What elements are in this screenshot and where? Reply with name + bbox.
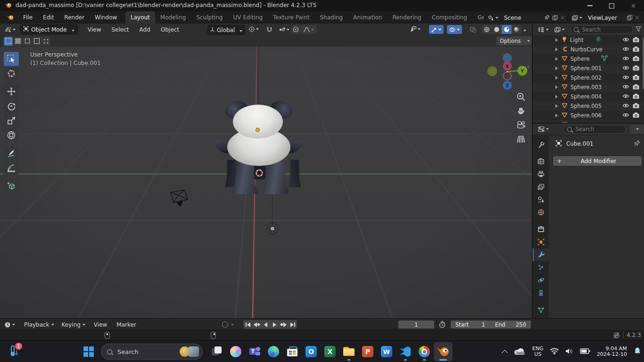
light-data-icon[interactable] (595, 36, 602, 44)
tab-sculpting[interactable]: Sculpting (191, 11, 228, 24)
expand-arrow-icon[interactable] (555, 38, 558, 42)
scene-name[interactable]: Scene (501, 15, 543, 21)
select-mode-set-button[interactable] (4, 37, 13, 46)
mode-dropdown[interactable]: Object Mode (20, 25, 78, 34)
menu-file[interactable]: File (18, 11, 38, 24)
minimize-button[interactable] (579, 0, 601, 11)
select-mode-subtract-button[interactable] (23, 37, 32, 46)
tab-uv-editing[interactable]: UV Editing (228, 11, 268, 24)
tab-world-icon[interactable] (533, 206, 549, 219)
outliner-item-label[interactable]: Light (570, 37, 584, 43)
tab-compositing[interactable]: Compositing (427, 11, 472, 24)
outliner-row-light[interactable]: Light (533, 35, 644, 45)
remove-view-layer-icon[interactable] (633, 15, 642, 21)
menu-window[interactable]: Window (90, 11, 122, 24)
show-gizmo-toggle[interactable] (429, 25, 444, 34)
tool-measure[interactable] (4, 161, 19, 175)
render-visibility-camera-icon[interactable] (633, 46, 639, 53)
viewport-menu-view[interactable]: View (83, 24, 106, 35)
visibility-eye-icon[interactable] (622, 103, 629, 109)
visibility-eye-icon[interactable] (622, 37, 629, 43)
tool-scale[interactable] (4, 114, 19, 128)
outliner-item-label[interactable]: Sphere.001 (570, 65, 602, 72)
view-layer-name[interactable]: ViewLayer (585, 15, 626, 21)
tray-expand-chevron-icon[interactable] (502, 350, 508, 356)
menu-render[interactable]: Render (59, 11, 90, 24)
viewport-3d[interactable]: X Y Z ‹ User Perspective (1) Collection … (0, 47, 532, 318)
taskbar-app-outlook[interactable]: O (302, 342, 321, 361)
pivot-point-dropdown[interactable] (247, 25, 260, 33)
visibility-eye-icon[interactable] (622, 56, 629, 62)
expand-arrow-icon[interactable] (555, 85, 558, 89)
offline-globe-icon[interactable] (613, 332, 620, 340)
transform-orientation-dropdown[interactable]: Global (207, 25, 245, 35)
outliner-filter-icon[interactable] (636, 26, 641, 33)
auto-keying-dropdown[interactable] (231, 324, 234, 326)
tab-animation[interactable]: Animation (348, 11, 387, 24)
tab-shading[interactable]: Shading (314, 11, 348, 24)
tab-scene-icon[interactable] (533, 193, 549, 206)
outliner-item-label[interactable]: Sphere.006 (570, 112, 602, 119)
viewport-menu-add[interactable]: Add (134, 24, 156, 35)
taskbar-app-microsoft-store[interactable] (283, 342, 302, 361)
outliner-row-sphere-006[interactable]: Sphere.006 (533, 111, 644, 120)
taskbar-app-copilot[interactable] (226, 342, 245, 361)
select-mode-invert-button[interactable] (32, 37, 41, 46)
next-keyframe-button[interactable] (279, 320, 288, 329)
snap-toggle-magnet-icon[interactable] (264, 25, 275, 34)
tool-annotate[interactable] (4, 146, 19, 160)
render-visibility-camera-icon[interactable] (633, 103, 639, 110)
expand-arrow-icon[interactable] (555, 114, 558, 117)
tab-modifiers-icon[interactable] (533, 248, 550, 261)
tab-rendering[interactable]: Rendering (387, 11, 426, 24)
end-frame-field[interactable]: End250 (490, 321, 531, 329)
outliner-search[interactable] (570, 25, 633, 34)
outliner-item-label[interactable]: Sphere (570, 56, 590, 62)
tab-physics-icon[interactable] (533, 274, 549, 287)
taskbar-app-powerpoint[interactable]: P (358, 342, 377, 361)
taskbar-app-word[interactable]: W (377, 342, 396, 361)
taskbar-app-vscode[interactable] (396, 342, 415, 361)
expand-arrow-icon[interactable] (555, 76, 558, 80)
jump-to-start-button[interactable] (243, 320, 252, 329)
current-frame-field[interactable]: 1 (398, 321, 434, 329)
tab-view-layer-icon[interactable] (533, 181, 549, 193)
taskbar-app-edge[interactable] (264, 342, 283, 361)
battery-icon[interactable] (580, 348, 590, 355)
blender-menu-button[interactable] (3, 15, 18, 21)
expand-arrow-icon[interactable] (555, 104, 558, 108)
maximize-button[interactable] (601, 0, 622, 11)
new-scene-icon[interactable] (551, 15, 558, 21)
origin-point[interactable] (256, 128, 260, 132)
properties-editor-type-button[interactable] (537, 125, 550, 133)
gizmo-axis-x-neg[interactable] (504, 72, 512, 80)
pin-icon[interactable] (634, 140, 640, 148)
outliner-item-label[interactable]: Sphere.003 (570, 84, 602, 90)
outliner-item-label[interactable]: NurbsCurve (570, 46, 603, 53)
tool-select-box[interactable] (4, 52, 19, 66)
shading-rendered-button[interactable] (512, 25, 521, 34)
auto-keying-toggle[interactable] (221, 320, 230, 329)
tab-collection-icon[interactable] (533, 223, 549, 236)
outliner-row-nurbscurve[interactable]: NurbsCurve (533, 45, 644, 54)
outliner-row-sphere-002[interactable]: Sphere.002 (533, 73, 644, 82)
taskbar-search[interactable]: Search (101, 344, 203, 360)
start-button[interactable] (79, 342, 98, 361)
sidebar-collapse-arrow[interactable]: ‹ (527, 64, 529, 70)
tray-language-indicator[interactable]: ENG US (532, 346, 544, 357)
render-visibility-camera-icon[interactable] (633, 112, 639, 119)
expand-arrow-icon[interactable] (555, 48, 558, 51)
jump-to-end-button[interactable] (288, 320, 297, 329)
zoom-view-icon[interactable] (516, 92, 526, 104)
close-button[interactable] (622, 0, 644, 11)
tab-constraints-icon[interactable] (533, 287, 549, 299)
render-visibility-camera-icon[interactable] (633, 37, 639, 44)
toggle-ortho-grid-icon[interactable] (516, 135, 526, 145)
light-object[interactable] (264, 220, 281, 237)
tab-layout[interactable]: Layout (125, 11, 155, 24)
expand-arrow-icon[interactable] (555, 57, 558, 61)
proportional-falloff-dropdown[interactable] (301, 25, 316, 34)
render-visibility-camera-icon[interactable] (633, 74, 639, 82)
xray-toggle[interactable] (468, 25, 479, 34)
taskbar-app-blender[interactable] (434, 342, 453, 361)
